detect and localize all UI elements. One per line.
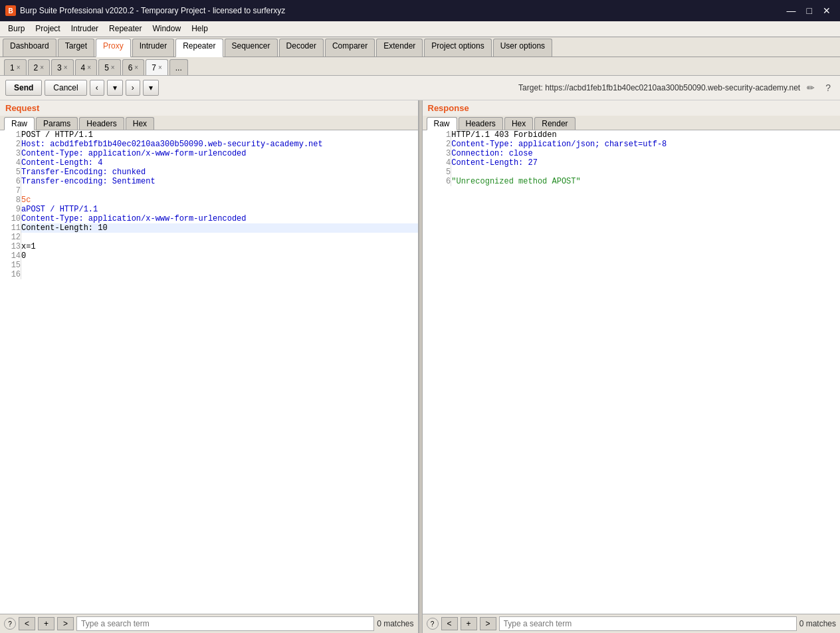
nav-next-drop-button[interactable]: ▾ bbox=[143, 80, 159, 96]
tab-dashboard[interactable]: Dashboard bbox=[3, 39, 56, 57]
repeater-tab-2[interactable]: 2 × bbox=[28, 59, 51, 75]
request-tab-raw[interactable]: Raw bbox=[4, 117, 35, 130]
response-search-input[interactable] bbox=[499, 616, 797, 631]
request-tab-hex[interactable]: Hex bbox=[126, 117, 154, 130]
panels: Request Raw Params Headers Hex 1POST / H… bbox=[0, 100, 840, 633]
line-code: 5c bbox=[21, 195, 418, 205]
response-code-table: 1HTTP/1.1 403 Forbidden2Content-Type: ap… bbox=[423, 130, 841, 186]
response-code-area[interactable]: 1HTTP/1.1 403 Forbidden2Content-Type: ap… bbox=[423, 130, 841, 614]
line-code: Content-Length: 10 bbox=[21, 223, 418, 233]
request-line-14: 140 bbox=[0, 251, 418, 261]
request-search-input[interactable] bbox=[76, 616, 374, 631]
maximize-button[interactable]: □ bbox=[803, 4, 816, 17]
line-number: 12 bbox=[0, 233, 21, 242]
request-search-next-btn[interactable]: + bbox=[38, 617, 54, 630]
repeater-tab-close-5[interactable]: × bbox=[111, 64, 115, 71]
target-label: Target: bbox=[518, 83, 545, 92]
request-line-16: 16 bbox=[0, 270, 418, 279]
menu-bar: Burp Project Intruder Repeater Window He… bbox=[0, 21, 840, 37]
line-code bbox=[21, 261, 418, 270]
line-number: 8 bbox=[0, 195, 21, 205]
repeater-tab-3[interactable]: 3 × bbox=[51, 59, 74, 75]
repeater-tab-7[interactable]: 7 × bbox=[146, 59, 168, 75]
repeater-tab-close-1[interactable]: × bbox=[17, 64, 21, 71]
tab-user-options[interactable]: User options bbox=[493, 39, 552, 57]
line-code: Host: acbd1feb1fb1b40ec0210aa300b50090.w… bbox=[21, 140, 418, 149]
minimize-button[interactable]: — bbox=[783, 4, 800, 17]
request-line-1: 1POST / HTTP/1.1 bbox=[0, 130, 418, 140]
request-search-bar: ? < + > 0 matches bbox=[0, 614, 418, 633]
tab-extender[interactable]: Extender bbox=[376, 39, 423, 57]
line-code bbox=[21, 270, 418, 279]
nav-prev-drop-button[interactable]: ▾ bbox=[107, 80, 123, 96]
request-search-forward[interactable]: > bbox=[57, 617, 74, 630]
repeater-tab-close-3[interactable]: × bbox=[64, 64, 68, 71]
tab-project-options[interactable]: Project options bbox=[424, 39, 491, 57]
response-tab-headers[interactable]: Headers bbox=[459, 117, 503, 130]
title-bar: B Burp Suite Professional v2020.2 - Temp… bbox=[0, 0, 840, 21]
request-tab-params[interactable]: Params bbox=[36, 117, 78, 130]
response-line-5: 5 bbox=[423, 168, 841, 177]
response-search-forward[interactable]: > bbox=[480, 617, 496, 630]
tab-comparer[interactable]: Comparer bbox=[325, 39, 375, 57]
repeater-tab-close-7[interactable]: × bbox=[158, 64, 162, 71]
line-code: Transfer-Encoding: chunked bbox=[21, 168, 418, 177]
line-number: 4 bbox=[423, 158, 451, 168]
tab-sequencer[interactable]: Sequencer bbox=[225, 39, 278, 57]
line-code bbox=[21, 233, 418, 242]
nav-next-button[interactable]: › bbox=[126, 80, 140, 96]
menu-help[interactable]: Help bbox=[186, 23, 213, 35]
request-tab-headers[interactable]: Headers bbox=[79, 117, 124, 130]
response-tab-hex[interactable]: Hex bbox=[504, 117, 533, 130]
edit-target-button[interactable]: ✏ bbox=[803, 81, 819, 94]
repeater-tab-4[interactable]: 4 × bbox=[75, 59, 98, 75]
repeater-tab-6[interactable]: 6 × bbox=[122, 59, 145, 75]
request-line-12: 12 bbox=[0, 233, 418, 242]
request-code-table: 1POST / HTTP/1.12Host: acbd1feb1fb1b40ec… bbox=[0, 130, 418, 279]
request-line-6: 6Transfer-encoding: Sentiment bbox=[0, 177, 418, 186]
help-button[interactable]: ? bbox=[821, 81, 835, 94]
repeater-tab-close-6[interactable]: × bbox=[134, 64, 138, 71]
repeater-tab-more[interactable]: ... bbox=[169, 59, 188, 75]
response-tab-render[interactable]: Render bbox=[534, 117, 575, 130]
repeater-tab-5[interactable]: 5 × bbox=[98, 59, 121, 75]
repeater-tab-close-2[interactable]: × bbox=[40, 64, 44, 71]
repeater-tab-1[interactable]: 1 × bbox=[4, 59, 27, 75]
tab-proxy[interactable]: Proxy bbox=[96, 39, 131, 57]
line-number: 9 bbox=[0, 205, 21, 214]
request-code-area[interactable]: 1POST / HTTP/1.12Host: acbd1feb1fb1b40ec… bbox=[0, 130, 418, 614]
tab-intruder[interactable]: Intruder bbox=[132, 39, 174, 57]
line-code: x=1 bbox=[21, 242, 418, 251]
burp-icon: B bbox=[5, 5, 16, 16]
main-content: Send Cancel ‹ ▾ › ▾ Target: https://acbd… bbox=[0, 76, 840, 633]
toolbar: Send Cancel ‹ ▾ › ▾ Target: https://acbd… bbox=[0, 76, 840, 100]
tab-repeater[interactable]: Repeater bbox=[175, 39, 223, 57]
menu-burp[interactable]: Burp bbox=[3, 23, 30, 35]
response-tab-raw[interactable]: Raw bbox=[427, 117, 457, 130]
response-search-next-btn[interactable]: + bbox=[461, 617, 477, 630]
tab-decoder[interactable]: Decoder bbox=[279, 39, 324, 57]
response-line-1: 1HTTP/1.1 403 Forbidden bbox=[423, 130, 841, 140]
line-number: 6 bbox=[423, 177, 451, 186]
close-button[interactable]: ✕ bbox=[819, 4, 835, 17]
nav-prev-button[interactable]: ‹ bbox=[90, 80, 104, 96]
cancel-button[interactable]: Cancel bbox=[45, 80, 86, 96]
line-number: 2 bbox=[423, 140, 451, 149]
target-url-area: Target: https://acbd1feb1fb1b40ec0210aa3… bbox=[161, 83, 801, 92]
target-url-text: https://acbd1feb1fb1b40ec0210aa300b50090… bbox=[545, 83, 800, 92]
menu-repeater[interactable]: Repeater bbox=[104, 23, 147, 35]
request-search-prev[interactable]: < bbox=[19, 617, 35, 630]
line-code: Content-Type: application/x-www-form-url… bbox=[21, 149, 418, 158]
tab-target[interactable]: Target bbox=[58, 39, 94, 57]
repeater-tab-close-4[interactable]: × bbox=[87, 64, 91, 71]
menu-intruder[interactable]: Intruder bbox=[66, 23, 104, 35]
request-line-10: 10Content-Type: application/x-www-form-u… bbox=[0, 214, 418, 223]
request-search-help[interactable]: ? bbox=[4, 618, 16, 630]
response-search-help[interactable]: ? bbox=[427, 618, 439, 630]
request-line-9: 9aPOST / HTTP/1.1 bbox=[0, 205, 418, 214]
menu-project[interactable]: Project bbox=[30, 23, 65, 35]
menu-window[interactable]: Window bbox=[147, 23, 186, 35]
response-search-prev[interactable]: < bbox=[441, 617, 458, 630]
send-button[interactable]: Send bbox=[5, 80, 42, 96]
response-match-count: 0 matches bbox=[799, 619, 836, 628]
